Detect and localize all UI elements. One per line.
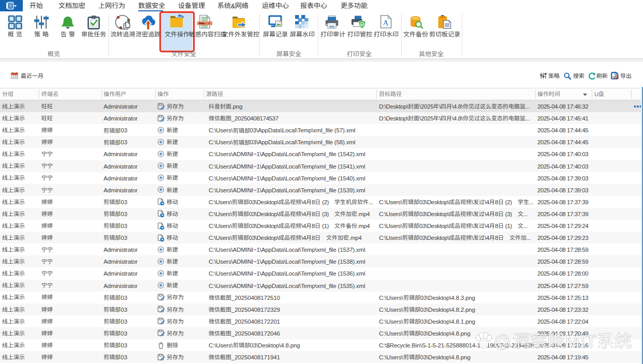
svg-text:A: A — [383, 19, 389, 27]
svg-text:23: 23 — [12, 74, 17, 79]
